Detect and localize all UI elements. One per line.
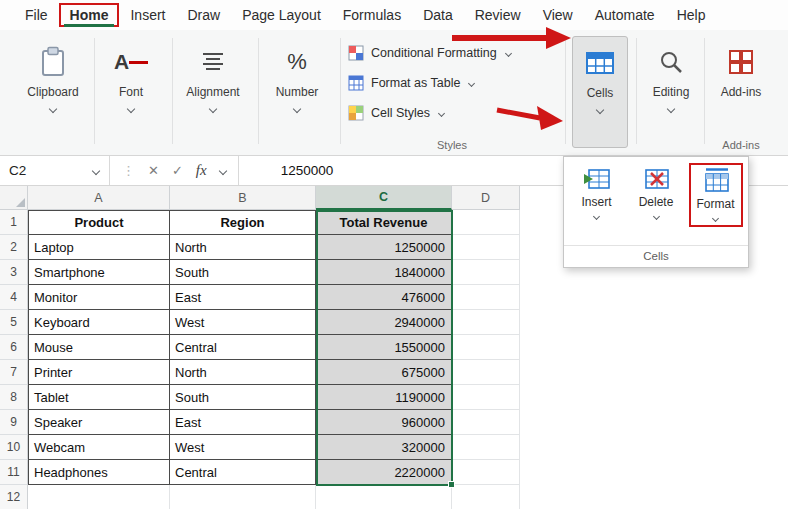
cell-D1[interactable]: [452, 210, 520, 235]
cell-D3[interactable]: [452, 260, 520, 285]
name-box-value: C2: [9, 163, 26, 178]
formula-input[interactable]: 1250000: [239, 163, 334, 178]
cell-C8[interactable]: 1190000: [316, 385, 452, 410]
alignment-button[interactable]: Alignment: [180, 36, 246, 148]
row-header-3[interactable]: 3: [0, 260, 28, 285]
cell-B12[interactable]: [170, 485, 316, 509]
conditional-formatting-button[interactable]: Conditional Formatting: [348, 38, 556, 68]
cell-B9[interactable]: East: [170, 410, 316, 435]
row-header-12[interactable]: 12: [0, 485, 28, 509]
row-header-4[interactable]: 4: [0, 285, 28, 310]
cell-B5[interactable]: West: [170, 310, 316, 335]
tab-file[interactable]: File: [14, 3, 59, 27]
cell-A11[interactable]: Headphones: [28, 460, 170, 485]
cell-B6[interactable]: Central: [170, 335, 316, 360]
cell-D10[interactable]: [452, 435, 520, 460]
cell-B11[interactable]: Central: [170, 460, 316, 485]
cell-A9[interactable]: Speaker: [28, 410, 170, 435]
cell-B4[interactable]: East: [170, 285, 316, 310]
tab-draw[interactable]: Draw: [176, 3, 231, 27]
delete-menu-item[interactable]: Delete: [629, 163, 683, 227]
column-header-b[interactable]: B: [170, 186, 316, 210]
cell-D12[interactable]: [452, 485, 520, 509]
cell-D8[interactable]: [452, 385, 520, 410]
tab-home[interactable]: Home: [59, 3, 120, 27]
name-box[interactable]: C2: [0, 156, 110, 185]
column-header-a[interactable]: A: [28, 186, 170, 210]
cell-C2[interactable]: 1250000: [316, 235, 452, 260]
group-separator: [340, 38, 341, 144]
insert-menu-item[interactable]: Insert: [570, 163, 624, 227]
cell-A12[interactable]: [28, 485, 170, 509]
cell-A1[interactable]: Product: [28, 210, 170, 235]
row-header-8[interactable]: 8: [0, 385, 28, 410]
cell-B10[interactable]: West: [170, 435, 316, 460]
tab-view[interactable]: View: [532, 3, 584, 27]
cell-D6[interactable]: [452, 335, 520, 360]
cell-C4[interactable]: 476000: [316, 285, 452, 310]
cell-D4[interactable]: [452, 285, 520, 310]
select-all-corner[interactable]: [0, 186, 28, 210]
enter-icon[interactable]: ✓: [172, 163, 183, 178]
tab-insert[interactable]: Insert: [119, 3, 176, 27]
cell-styles-button[interactable]: Cell Styles: [348, 98, 556, 128]
column-header-d[interactable]: D: [452, 186, 520, 210]
cell-C3[interactable]: 1840000: [316, 260, 452, 285]
cell-C6[interactable]: 1550000: [316, 335, 452, 360]
cell-A7[interactable]: Printer: [28, 360, 170, 385]
cell-C11[interactable]: 2220000: [316, 460, 452, 485]
cell-A5[interactable]: Keyboard: [28, 310, 170, 335]
cell-C1[interactable]: Total Revenue: [316, 210, 452, 235]
row-header-7[interactable]: 7: [0, 360, 28, 385]
cell-D5[interactable]: [452, 310, 520, 335]
chevron-down-icon: [293, 105, 301, 113]
chevron-down-icon[interactable]: [596, 106, 604, 114]
cells-button[interactable]: Cells: [572, 36, 628, 148]
format-menu-item[interactable]: Format: [689, 163, 743, 227]
tab-formulas[interactable]: Formulas: [332, 3, 412, 27]
cell-C9[interactable]: 960000: [316, 410, 452, 435]
sheet-row-11: 11HeadphonesCentral2220000: [0, 460, 788, 485]
cell-D7[interactable]: [452, 360, 520, 385]
cell-D11[interactable]: [452, 460, 520, 485]
cell-B7[interactable]: North: [170, 360, 316, 385]
format-as-table-button[interactable]: Format as Table: [348, 68, 556, 98]
cell-B2[interactable]: North: [170, 235, 316, 260]
addins-button[interactable]: Add-ins: [710, 36, 772, 148]
cancel-icon[interactable]: ✕: [148, 163, 159, 178]
row-header-6[interactable]: 6: [0, 335, 28, 360]
tab-data[interactable]: Data: [412, 3, 464, 27]
editing-button[interactable]: Editing: [642, 36, 700, 148]
row-header-10[interactable]: 10: [0, 435, 28, 460]
row-header-1[interactable]: 1: [0, 210, 28, 235]
cell-D9[interactable]: [452, 410, 520, 435]
column-header-c[interactable]: C: [316, 186, 452, 210]
number-button[interactable]: % Number: [266, 36, 328, 148]
tab-help[interactable]: Help: [666, 3, 717, 27]
tab-automate[interactable]: Automate: [584, 3, 666, 27]
cell-A2[interactable]: Laptop: [28, 235, 170, 260]
tab-page-layout[interactable]: Page Layout: [231, 3, 332, 27]
row-header-11[interactable]: 11: [0, 460, 28, 485]
fill-handle[interactable]: [448, 481, 455, 488]
row-header-5[interactable]: 5: [0, 310, 28, 335]
cell-A4[interactable]: Monitor: [28, 285, 170, 310]
cell-B1[interactable]: Region: [170, 210, 316, 235]
tab-review[interactable]: Review: [464, 3, 532, 27]
cell-A3[interactable]: Smartphone: [28, 260, 170, 285]
cell-B8[interactable]: South: [170, 385, 316, 410]
cell-B3[interactable]: South: [170, 260, 316, 285]
cell-A6[interactable]: Mouse: [28, 335, 170, 360]
cell-C7[interactable]: 675000: [316, 360, 452, 385]
clipboard-button[interactable]: Clipboard: [18, 36, 88, 148]
row-header-9[interactable]: 9: [0, 410, 28, 435]
cell-D2[interactable]: [452, 235, 520, 260]
font-button[interactable]: A Font: [102, 36, 160, 148]
cell-C10[interactable]: 320000: [316, 435, 452, 460]
cell-A10[interactable]: Webcam: [28, 435, 170, 460]
cell-C12[interactable]: [316, 485, 452, 509]
cell-A8[interactable]: Tablet: [28, 385, 170, 410]
insert-function-icon[interactable]: fx: [196, 162, 207, 179]
row-header-2[interactable]: 2: [0, 235, 28, 260]
cell-C5[interactable]: 2940000: [316, 310, 452, 335]
